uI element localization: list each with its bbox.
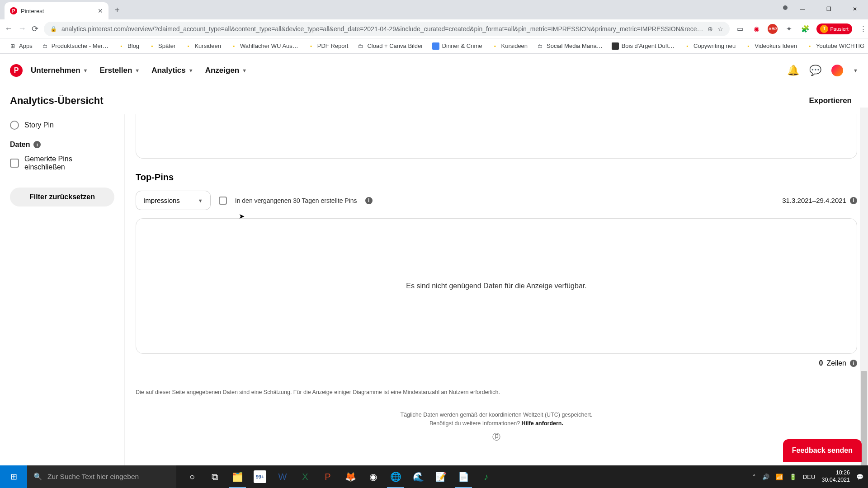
account-chevron-down-icon[interactable]: ▼ [853, 68, 858, 73]
info-icon[interactable]: i [365, 197, 373, 204]
recent-pins-label: In den vergangenen 30 Tagen erstellte Pi… [235, 197, 357, 204]
reader-icon[interactable]: ▭ [735, 24, 745, 34]
reload-button[interactable]: ⟳ [32, 23, 38, 34]
windows-taskbar: ⊞ 🔍 Zur Suche Text hier eingeben ○ ⧉ 🗂️ … [0, 465, 868, 488]
task-edge-icon[interactable]: 🌊 [407, 465, 429, 488]
maximize-button[interactable]: ❐ [816, 0, 842, 18]
recent-pins-checkbox[interactable] [219, 197, 227, 205]
task-obs-icon[interactable]: ◉ [362, 465, 384, 488]
tray-chevron-up-icon[interactable]: ˄ [753, 474, 756, 480]
folder-icon: 🗀 [537, 42, 544, 50]
tray-notifications-icon[interactable]: 💬 [856, 474, 863, 480]
task-firefox-icon[interactable]: 🦊 [339, 465, 362, 488]
bookmark-item[interactable]: ▪Später [145, 41, 179, 52]
task-powerpoint-icon[interactable]: P [316, 465, 339, 488]
taskbar-search[interactable]: 🔍 Zur Suche Text hier eingeben [27, 465, 176, 488]
translate-icon[interactable]: ⊕ [708, 25, 713, 33]
feedback-button[interactable]: Feedback senden [783, 439, 862, 462]
bookmark-item[interactable]: Bois d'Argent Duft… [608, 41, 678, 52]
filter-story-pin[interactable]: Story Pin [10, 117, 114, 133]
nav-anzeigen[interactable]: Anzeigen▼ [205, 66, 247, 75]
task-notes-icon[interactable]: 📄 [452, 465, 475, 488]
close-tab-icon[interactable]: ✕ [98, 7, 103, 14]
user-avatar[interactable] [831, 65, 843, 76]
task-spotify-icon[interactable]: ♪ [475, 465, 497, 488]
tray-volume-icon[interactable]: 🔊 [762, 474, 769, 480]
scrollbar[interactable] [860, 108, 868, 488]
nav-analytics[interactable]: Analytics▼ [151, 66, 193, 75]
bookmark-item[interactable]: 🗀Produktsuche - Mer… [38, 41, 112, 52]
bookmark-item[interactable]: ▪Videokurs Ideen [741, 41, 801, 52]
bookmark-item[interactable]: 🗀Social Media Mana… [533, 41, 606, 52]
url-text: analytics.pinterest.com/overview/?claime… [61, 25, 703, 33]
address-bar[interactable]: 🔒 analytics.pinterest.com/overview/?clai… [44, 22, 730, 36]
extension-icon[interactable]: ✦ [784, 24, 794, 34]
bookmark-item[interactable]: ▪Kursideen [488, 41, 532, 52]
task-calendar-icon[interactable]: 99+ [249, 465, 271, 488]
export-button[interactable]: Exportieren [803, 92, 858, 110]
chrome-menu-icon[interactable]: ⋮ [859, 24, 868, 34]
back-button[interactable]: ← [5, 23, 13, 34]
tray-language[interactable]: DEU [803, 474, 815, 480]
tab-title: Pinterest [21, 8, 44, 14]
browser-titlebar: P Pinterest ✕ + — ❐ ✕ [0, 0, 868, 19]
bookmark-item[interactable]: Dinner & Crime [429, 41, 486, 52]
radio-icon [10, 121, 19, 130]
pinterest-ext-icon[interactable]: ◉ [751, 24, 761, 34]
bookmark-favicon-icon: ▪ [118, 42, 125, 50]
bookmark-favicon-icon: ▪ [148, 42, 156, 50]
bookmark-item[interactable]: 🗀Cload + Canva Bilder [354, 41, 426, 52]
tray-wifi-icon[interactable]: 📶 [776, 474, 783, 480]
apps-button[interactable]: ⊞ Apps [5, 41, 36, 52]
checkbox-icon [10, 159, 19, 168]
bookmark-star-icon[interactable]: ☆ [717, 25, 723, 33]
info-icon[interactable]: i [850, 197, 857, 204]
close-window-button[interactable]: ✕ [842, 0, 868, 18]
help-link[interactable]: Hilfe anfordern. [522, 420, 563, 427]
task-excel-icon[interactable]: X [294, 465, 316, 488]
new-tab-button[interactable]: + [115, 5, 120, 15]
minimize-button[interactable]: — [789, 0, 816, 18]
bookmark-favicon-icon: ▪ [491, 42, 499, 50]
task-taskview-icon[interactable]: ⧉ [203, 465, 226, 488]
nav-unternehmen[interactable]: Unternehmen▼ [31, 66, 88, 75]
tab-profile-indicator-icon[interactable] [783, 5, 788, 10]
bookmark-item[interactable]: ▪Kursideen [181, 41, 225, 52]
extensions-puzzle-icon[interactable]: 🧩 [800, 24, 810, 34]
task-cortana-icon[interactable]: ○ [181, 465, 203, 488]
pinterest-app: P Unternehmen▼ Erstellen▼ Analytics▼ Anz… [0, 54, 868, 465]
top-pins-empty-box: Es sind nicht genügend Daten für die Anz… [136, 218, 857, 354]
bookmark-item[interactable]: ▪Youtube WICHTIG [802, 41, 868, 52]
info-icon[interactable]: i [850, 360, 857, 367]
profile-avatar-icon: T [820, 25, 828, 33]
date-range-display: 31.3.2021–29.4.2021 i [782, 197, 857, 204]
messages-icon[interactable]: 💬 [809, 65, 821, 76]
adblock-ext-icon[interactable]: ABP [768, 24, 778, 34]
tray-clock[interactable]: 10:26 30.04.2021 [821, 469, 850, 483]
rows-info: 0 Zeilen i [136, 359, 857, 367]
bookmark-favicon-icon [432, 42, 439, 50]
pinterest-logo-icon[interactable]: P [10, 64, 23, 77]
bookmark-item[interactable]: ▪Blog [114, 41, 143, 52]
task-chrome-icon[interactable]: 🌐 [384, 465, 407, 488]
browser-tab[interactable]: P Pinterest ✕ [5, 2, 108, 19]
start-button[interactable]: ⊞ [0, 465, 27, 488]
task-word-icon[interactable]: W [271, 465, 294, 488]
tray-battery-icon[interactable]: 🔋 [789, 474, 797, 480]
task-notepad-icon[interactable]: 📝 [429, 465, 452, 488]
profile-paused-chip[interactable]: T Pausiert [816, 23, 852, 34]
metric-dropdown[interactable]: Impressions ▼ [136, 191, 211, 210]
filters-sidebar: Story Pin Daten i Gemerkte Pins einschli… [0, 114, 125, 465]
forward-button[interactable]: → [18, 23, 26, 34]
include-saved-pins-checkbox[interactable]: Gemerkte Pins einschließen [10, 149, 114, 178]
reset-filters-button[interactable]: Filter zurücksetzen [10, 188, 114, 206]
bookmark-item[interactable]: ▪Wahlfächer WU Aus… [226, 41, 302, 52]
pinterest-favicon-icon: P [10, 7, 17, 14]
nav-erstellen[interactable]: Erstellen▼ [99, 66, 140, 75]
task-explorer-icon[interactable]: 🗂️ [226, 465, 249, 488]
bookmark-item[interactable]: ▪PDF Report [304, 41, 352, 52]
lock-icon: 🔒 [50, 26, 57, 32]
notifications-bell-icon[interactable]: 🔔 [787, 65, 799, 76]
info-icon[interactable]: i [33, 141, 41, 148]
bookmark-item[interactable]: ▪Copywriting neu [680, 41, 739, 52]
